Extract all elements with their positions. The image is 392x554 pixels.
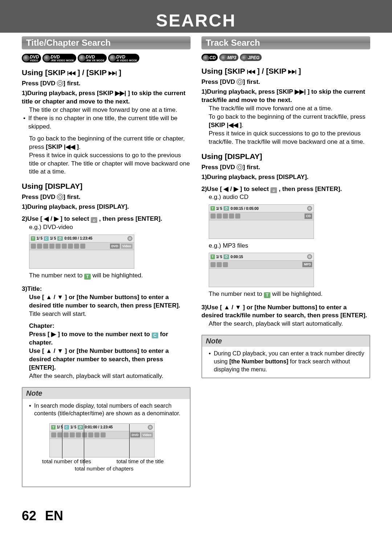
osd-icon	[56, 244, 61, 249]
right-column: Track Search CD MP3 JPEG Using [SKIP ] /…	[201, 33, 370, 494]
osd-mp3: T1/ 5 ⏱0:00:15 MP3	[209, 253, 314, 287]
steps-display-right: 1)During playback, press [DISPLAY]. 2)Us…	[201, 173, 370, 329]
disc-badge: MP3	[219, 54, 238, 61]
callout-diagram: T1/ 5 C1/ 5 ⏱0:01:00 / 1:23:45 DVDVideo	[28, 417, 185, 482]
steps-display-left: 1)During playback, press [DISPLAY]. 2)Us…	[22, 203, 191, 380]
page-lang: EN	[45, 508, 63, 523]
osd-icon	[211, 213, 216, 219]
example-label: e.g.) audio CD	[201, 193, 370, 201]
example-label: e.g.) MP3 files	[201, 242, 370, 250]
disc-badge: DVDVIDEO	[22, 54, 41, 62]
osd-icon	[229, 213, 234, 219]
step-bullet: If there is no chapter in one title, the…	[22, 114, 191, 131]
section-title-right: Track Search	[201, 36, 370, 49]
osd-icon	[31, 244, 36, 249]
step-head: 1)During playback, press [SKIP ▶▶| ] to …	[201, 88, 370, 105]
search-select-icon: ⌕	[91, 217, 97, 223]
subheading-display: Using [DISPLAY]	[201, 152, 370, 161]
callout-label: total time of the title	[117, 458, 164, 465]
press-dvd-first: Press [DVD ] first.	[201, 78, 370, 86]
osd-icon	[76, 432, 81, 437]
dvd-power-icon	[237, 164, 243, 170]
osd-icon	[37, 244, 42, 249]
note-title: Note	[202, 335, 369, 347]
top-gray-bar	[0, 0, 392, 9]
step-para: Press it twice in quick successions to g…	[22, 151, 191, 176]
osd-dvd-video: T1/ 5 C1/ 5 ⏱0:01:00 / 1:23:45 DVDVideo	[29, 235, 134, 269]
step-head: Chapter:	[22, 322, 191, 330]
callout-label: total number of titles	[42, 458, 91, 465]
clock-icon: ⏱	[78, 425, 83, 429]
osd-icon	[80, 244, 85, 249]
osd-icon	[217, 213, 222, 219]
disc-badge: CD	[201, 54, 218, 61]
osd-icon	[70, 432, 75, 437]
disc-row-right: CD MP3 JPEG	[201, 54, 370, 61]
disc-spin-icon	[148, 425, 153, 430]
note-bullet: During CD playback, you can enter a trac…	[207, 350, 364, 373]
osd-icon	[43, 244, 48, 249]
press-dvd-first: Press [DVD ] first.	[22, 194, 191, 201]
step-head: 2)Use [ ◀ / ▶ ] to select ⌕ , then press…	[22, 215, 191, 223]
steps-skip-left: 1)During playback, press [SKIP ▶▶| ] to …	[22, 89, 191, 176]
step-bold: Press [ ▶ ] to move to the number next t…	[22, 330, 191, 347]
step-para: To go back to the beginning of the curre…	[201, 113, 370, 130]
note-box-left: Note In search mode display, total numbe…	[22, 387, 191, 487]
disc-spin-icon	[127, 236, 132, 241]
step-head: 1)During playback, press [DISPLAY].	[201, 173, 370, 182]
osd-icon	[223, 262, 228, 267]
osd-icon	[68, 244, 73, 249]
left-column: Title/Chapter Search DVDVIDEO DVD-RW VID…	[22, 33, 191, 494]
step-body: Title search will start.	[22, 310, 191, 318]
step-body: The track/file will move forward one at …	[201, 105, 370, 113]
osd-icon	[57, 432, 62, 437]
step-para: Press it twice in quick successions to g…	[201, 130, 370, 146]
osd-icon	[101, 432, 106, 437]
step-head: 3)Title:	[22, 285, 191, 293]
step-para: To go back to the beginning of the curre…	[22, 135, 191, 151]
disc-spin-icon	[307, 206, 312, 211]
step-bold: Use [ ▲ / ▼ ] or [the Number buttons] to…	[22, 347, 191, 372]
osd-icon	[49, 244, 54, 249]
osd-icon	[235, 213, 240, 219]
clock-icon: ⏱	[57, 236, 63, 241]
osd-icon	[217, 262, 222, 267]
section-title-left: Title/Chapter Search	[22, 36, 191, 49]
step-head: 3)Use [ ▲ / ▼ ] or [the Number buttons] …	[201, 304, 370, 320]
t-icon: T	[264, 292, 270, 298]
page-number: 62	[22, 508, 36, 523]
subheading-skip: Using [SKIP ] / [SKIP ]	[201, 67, 370, 76]
step-bold: Use [ ▲ / ▼ ] or [the Number buttons] to…	[22, 293, 191, 310]
example-label: e.g.) DVD-video	[22, 223, 191, 232]
dvd-power-icon	[57, 80, 63, 86]
step-head: 1)During playback, press [SKIP ▶▶| ] to …	[22, 89, 191, 106]
subheading-skip: Using [SKIP ] / [SKIP ]	[22, 68, 191, 77]
search-select-icon: ⌕	[270, 187, 277, 193]
osd-icon	[211, 262, 216, 267]
step-head: 2)Use [ ◀ / ▶ ] to select ⌕ , then press…	[201, 185, 370, 194]
note-box-right: Note During CD playback, you can enter a…	[201, 335, 370, 378]
press-dvd-first: Press [DVD ] first.	[22, 80, 191, 87]
subheading-display: Using [DISPLAY]	[22, 182, 191, 191]
callout-label: total number of chapters	[75, 465, 134, 472]
step-para: The number next to T will be highlighted…	[22, 272, 191, 280]
note-bullet: In search mode display, total numbers of…	[28, 402, 185, 417]
osd-icon	[64, 432, 69, 437]
osd-callout: T1/ 5 C1/ 5 ⏱0:01:00 / 1:23:45 DVDVideo	[49, 423, 155, 457]
dvd-power-icon	[237, 79, 243, 85]
steps-skip-right: 1)During playback, press [SKIP ▶▶| ] to …	[201, 88, 370, 146]
step-para: The number next to T will be highlighted…	[201, 290, 370, 298]
step-head: 1)During playback, press [DISPLAY].	[22, 203, 191, 211]
page-footer: 62 EN	[0, 501, 392, 531]
osd-icon	[62, 244, 67, 249]
disc-row-left: DVDVIDEO DVD-RW VIDEO MODE DVD-RW VR MOD…	[22, 54, 191, 62]
osd-audio-cd: T1/ 5 ⏱0:00:15 / 0:05:00 CD	[209, 204, 314, 239]
disc-spin-icon	[307, 254, 312, 259]
c-icon: C	[152, 333, 158, 338]
note-title: Note	[23, 388, 190, 399]
t-icon: T	[84, 274, 91, 280]
press-dvd-first: Press [DVD ] first.	[201, 164, 370, 171]
osd-icon	[51, 432, 56, 437]
step-body: After the search, playback will start au…	[22, 372, 191, 380]
clock-icon: ⏱	[224, 206, 229, 211]
